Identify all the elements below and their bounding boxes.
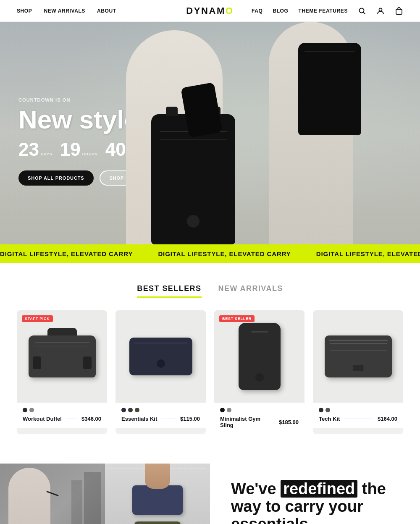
svg-point-2 (379, 8, 382, 11)
navigation: SHOP NEW ARRIVALS ABOUT DYNAMO FAQ BLOG … (0, 0, 420, 22)
products-section: BEST SELLERS NEW ARRIVALS STAFF PICK (0, 263, 420, 451)
bottom-title-pre: We've (231, 480, 276, 498)
person-silhouette (8, 468, 50, 524)
bag-duffle-img (29, 335, 96, 377)
color-dot-1-0[interactable] (121, 408, 126, 412)
color-dot-1-1[interactable] (128, 408, 133, 412)
product-card-2[interactable]: BEST SELLER Minimalist Gym Sling $185.00 (214, 310, 304, 434)
product-info-0: Workout Duffel $346.00 (17, 403, 107, 428)
product-price-3: $164.00 (378, 416, 397, 422)
bag-techkit-img (325, 335, 392, 377)
kit-bag-2 (134, 521, 181, 524)
product-name-1: Essentials Kit (121, 416, 157, 422)
days-label: DAYS (41, 152, 52, 156)
logo-accent: O (226, 5, 234, 16)
product-badge-2: BEST SELLER (219, 315, 255, 322)
product-name-row-0: Workout Duffel $346.00 (23, 416, 101, 422)
product-badge-0: STAFF PICK (22, 315, 53, 322)
nav-link-blog[interactable]: BLOG (273, 8, 288, 14)
product-name-row-1: Essentials Kit $115.00 (121, 416, 200, 422)
color-dot-2-1[interactable] (227, 408, 231, 412)
hand-holding-bag (145, 464, 170, 489)
kit-bag-1 (132, 485, 183, 515)
color-swatches-2 (220, 408, 299, 412)
color-swatches-0 (23, 408, 101, 412)
ticker-item-3: DIGITAL LIFESTYLE, ELEVATED CARRY (316, 250, 420, 257)
search-icon[interactable] (358, 7, 366, 15)
bottom-title: We've redefined the way to carry your es… (231, 480, 399, 524)
color-dot-0-0[interactable] (23, 408, 27, 412)
nav-link-shop[interactable]: SHOP (17, 8, 32, 14)
bottom-section: We've redefined the way to carry your es… (0, 464, 420, 524)
days-number: 23 (18, 140, 39, 159)
tab-best-sellers[interactable]: BEST SELLERS (137, 284, 201, 298)
color-dot-2-0[interactable] (220, 408, 225, 412)
svg-rect-3 (396, 9, 402, 14)
product-name-row-2: Minimalist Gym Sling $185.00 (220, 416, 299, 428)
product-divider-3 (344, 419, 373, 419)
product-divider-1 (161, 419, 176, 419)
hours-number: 19 (60, 140, 81, 159)
product-divider-0 (66, 419, 77, 419)
bottom-text: We've redefined the way to carry your es… (210, 464, 420, 524)
hero-backpack-right (298, 43, 361, 135)
cart-icon[interactable] (395, 7, 403, 15)
product-price-2: $185.00 (279, 419, 299, 425)
bags-stacked-image (105, 464, 210, 524)
color-dot-3-0[interactable] (319, 408, 323, 412)
color-dot-3-1[interactable] (326, 408, 330, 412)
city-person-image (0, 464, 105, 524)
product-info-3: Tech Kit $164.00 (313, 403, 403, 428)
nav-link-about[interactable]: ABOUT (97, 8, 116, 14)
nav-right: FAQ BLOG THEME FEATURES (252, 7, 403, 15)
minutes-number: 40 (105, 140, 126, 159)
product-card-1[interactable]: Essentials Kit $115.00 (116, 310, 206, 434)
bottom-images (0, 464, 210, 524)
bottom-image-row (0, 464, 210, 524)
color-swatches-3 (319, 408, 397, 412)
ticker-inner: DIGITAL LIFESTYLE, ELEVATED CARRY DIGITA… (0, 250, 420, 257)
product-price-0: $346.00 (81, 416, 101, 422)
product-price-1: $115.00 (180, 416, 200, 422)
hero-section: COUNTDOWN IS ON New styles drop 23 DAYS … (0, 22, 420, 244)
hours-label: HOURS (82, 152, 98, 156)
color-swatches-1 (121, 408, 200, 412)
product-image-2 (214, 310, 304, 403)
countdown-hours: 19 HOURS (60, 140, 98, 159)
bottom-title-highlight: redefined (281, 480, 357, 498)
product-name-0: Workout Duffel (23, 416, 62, 422)
product-info-1: Essentials Kit $115.00 (116, 403, 206, 428)
product-name-3: Tech Kit (319, 416, 340, 422)
bag-sling-img (239, 323, 281, 390)
product-card-0[interactable]: STAFF PICK Workout Duffel $346.00 (17, 310, 107, 434)
product-name-2: Minimalist Gym Sling (220, 416, 270, 428)
nav-link-new-arrivals[interactable]: NEW ARRIVALS (44, 8, 85, 14)
product-image-3 (313, 310, 403, 403)
product-tabs: BEST SELLERS NEW ARRIVALS (17, 284, 403, 298)
nav-link-faq[interactable]: FAQ (252, 8, 262, 14)
ticker-item-1: DIGITAL LIFESTYLE, ELEVATED CARRY (0, 250, 133, 257)
account-icon[interactable] (376, 7, 385, 15)
bag-pouch-img (129, 338, 192, 375)
products-grid: STAFF PICK Workout Duffel $346.00 (17, 310, 403, 434)
product-name-row-3: Tech Kit $164.00 (319, 416, 397, 422)
svg-point-0 (360, 8, 364, 13)
nav-link-theme-features[interactable]: THEME FEATURES (298, 8, 348, 14)
shop-all-button[interactable]: SHOP ALL PRODUCTS (18, 170, 94, 186)
color-dot-0-1[interactable] (29, 408, 34, 412)
product-info-2: Minimalist Gym Sling $185.00 (214, 403, 304, 434)
tab-new-arrivals[interactable]: NEW ARRIVALS (218, 284, 283, 298)
ticker-item-2: DIGITAL LIFESTYLE, ELEVATED CARRY (158, 250, 291, 257)
ticker-banner: DIGITAL LIFESTYLE, ELEVATED CARRY DIGITA… (0, 244, 420, 263)
product-card-3[interactable]: Tech Kit $164.00 (313, 310, 403, 434)
nav-left: SHOP NEW ARRIVALS ABOUT (17, 8, 116, 14)
countdown-days: 23 DAYS (18, 140, 52, 159)
svg-line-1 (364, 12, 365, 14)
color-dot-1-2[interactable] (135, 408, 139, 412)
product-image-1 (116, 310, 206, 403)
site-logo[interactable]: DYNAMO (186, 5, 234, 16)
product-image-0 (17, 310, 107, 403)
